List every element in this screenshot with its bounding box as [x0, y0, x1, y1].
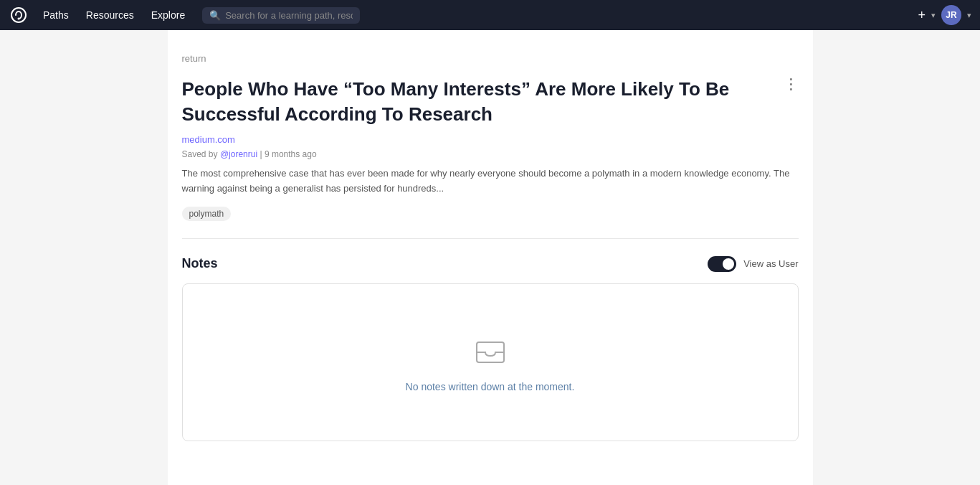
avatar-chevron-icon[interactable]: ▾ [967, 11, 971, 20]
empty-notes-text: No notes written down at the moment. [406, 381, 575, 392]
saved-by-prefix: Saved by [182, 149, 220, 159]
add-chevron-icon[interactable]: ▾ [931, 11, 936, 20]
main-content: return People Who Have “Too Many Interes… [168, 30, 813, 485]
nav-paths[interactable]: Paths [37, 6, 75, 24]
toggle-track [708, 256, 736, 272]
toggle-thumb [723, 258, 734, 270]
nav-explore[interactable]: Explore [146, 6, 191, 24]
section-divider [182, 238, 799, 239]
search-icon: 🔍 [209, 10, 221, 21]
article-meta: Saved by @jorenrui | 9 months ago [182, 149, 799, 159]
notes-box: No notes written down at the moment. [182, 283, 799, 441]
article-source[interactable]: medium.com [182, 134, 799, 145]
view-as-user-toggle[interactable] [708, 256, 736, 272]
nav-resources[interactable]: Resources [80, 6, 140, 24]
more-menu-button[interactable]: ⋮ [784, 77, 799, 91]
article-excerpt: The most comprehensive case that has eve… [182, 166, 799, 197]
toggle-label: View as User [743, 258, 798, 269]
empty-inbox-icon [472, 332, 508, 371]
article-tag[interactable]: polymath [182, 207, 232, 221]
add-button[interactable]: + [918, 8, 926, 23]
notes-header: Notes View as User [182, 256, 799, 272]
article-title: People Who Have “Too Many Interests” Are… [182, 77, 799, 127]
article-username[interactable]: @jorenrui [220, 149, 257, 159]
navbar: Paths Resources Explore 🔍 + ▾ JR ▾ [0, 0, 980, 30]
meta-separator: | [257, 149, 265, 159]
svg-point-0 [11, 8, 26, 22]
search-input[interactable] [225, 10, 353, 21]
nav-right: + ▾ JR ▾ [918, 5, 971, 25]
app-logo[interactable] [9, 5, 29, 25]
notes-toggle-area: View as User [708, 256, 798, 272]
search-bar[interactable]: 🔍 [202, 7, 360, 24]
avatar[interactable]: JR [941, 5, 961, 25]
svg-point-1 [18, 18, 20, 20]
time-ago: 9 months ago [265, 149, 317, 159]
title-area: People Who Have “Too Many Interests” Are… [182, 77, 799, 127]
notes-title: Notes [182, 256, 218, 271]
return-link[interactable]: return [182, 53, 206, 64]
